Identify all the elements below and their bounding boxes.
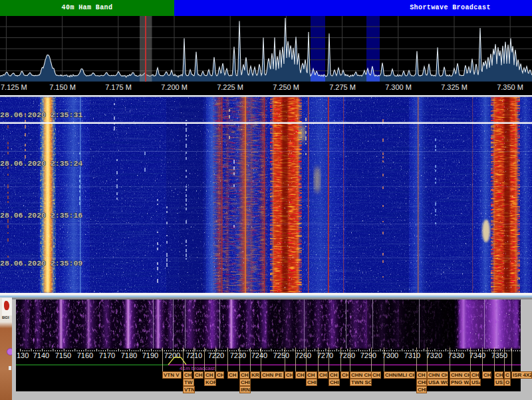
svg-text:7320: 7320 <box>426 351 442 359</box>
svg-text:7290: 7290 <box>360 351 376 359</box>
svg-text:7210: 7210 <box>186 351 202 359</box>
svg-text:7180: 7180 <box>121 351 137 359</box>
svg-text:7.325 M: 7.325 M <box>441 83 467 91</box>
svg-text:28.06.2020 2:35:16: 28.06.2020 2:35:16 <box>0 211 82 220</box>
svg-text:7300: 7300 <box>382 351 398 359</box>
svg-text:7190: 7190 <box>142 351 158 359</box>
svg-text:7.125 M: 7.125 M <box>1 83 27 91</box>
svg-text:7270: 7270 <box>317 351 333 359</box>
svg-text:7.150 M: 7.150 M <box>49 83 76 91</box>
svg-text:28.06.2020 2:35:24: 28.06.2020 2:35:24 <box>0 159 82 168</box>
svg-text:7.225 M: 7.225 M <box>217 83 243 91</box>
svg-text:28.06.2020 2:35:09: 28.06.2020 2:35:09 <box>0 259 82 268</box>
svg-text:7220: 7220 <box>208 351 224 359</box>
svg-text:41m broadcast: 41m broadcast <box>180 365 215 371</box>
svg-text:28.06.2020 2:35:31: 28.06.2020 2:35:31 <box>0 110 82 119</box>
svg-text:7.275 M: 7.275 M <box>329 83 356 91</box>
svg-text:7.350 M: 7.350 M <box>497 83 523 91</box>
svg-text:7310: 7310 <box>404 351 420 359</box>
svg-text:7140: 7140 <box>33 351 49 359</box>
svg-text:7.200 M: 7.200 M <box>161 83 188 91</box>
svg-text:7.250 M: 7.250 M <box>273 83 299 91</box>
svg-text:7230: 7230 <box>230 351 246 359</box>
svg-text:7170: 7170 <box>99 351 115 359</box>
svg-text:7250: 7250 <box>273 351 289 359</box>
svg-text:7260: 7260 <box>295 351 311 359</box>
svg-text:7280: 7280 <box>339 351 355 359</box>
svg-text:7340: 7340 <box>469 351 485 359</box>
svg-text:7240: 7240 <box>251 351 267 359</box>
svg-text:7200: 7200 <box>164 351 180 359</box>
svg-text:130: 130 <box>17 351 29 359</box>
svg-text:7150: 7150 <box>55 351 71 359</box>
svg-text:7160: 7160 <box>77 351 93 359</box>
svg-text:7330: 7330 <box>448 351 464 359</box>
svg-text:7.175 M: 7.175 M <box>105 83 132 91</box>
svg-text:7.300 M: 7.300 M <box>385 83 412 91</box>
